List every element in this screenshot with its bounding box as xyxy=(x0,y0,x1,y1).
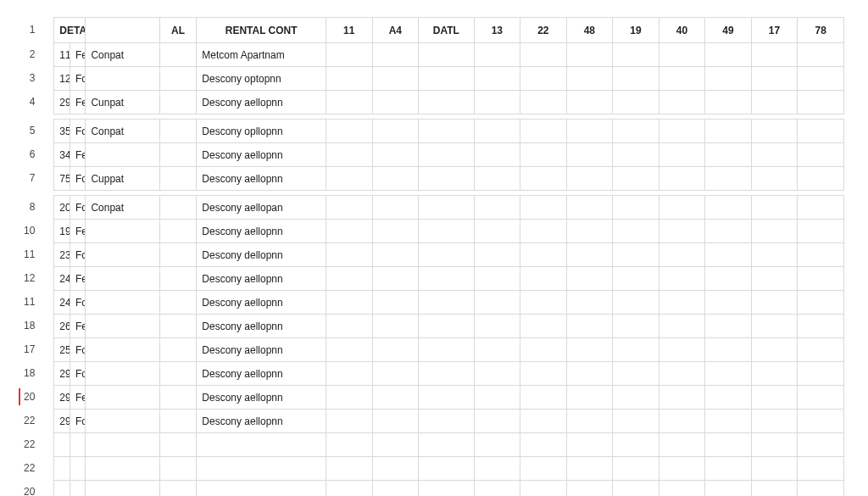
col-n2[interactable]: DATL xyxy=(419,18,474,43)
col-n9[interactable]: 17 xyxy=(751,18,798,43)
cell-type[interactable]: Conpat xyxy=(86,43,159,67)
col-n5[interactable]: 48 xyxy=(566,18,613,43)
cell-rental[interactable]: Descony optopnn xyxy=(197,67,326,91)
cell-id[interactable]: 35 xyxy=(54,120,70,143)
cell-type[interactable] xyxy=(86,315,159,338)
cell-blank[interactable] xyxy=(798,362,844,386)
cell-blank[interactable] xyxy=(659,386,705,410)
col-n10[interactable]: 78 xyxy=(798,18,844,43)
row-number[interactable]: 22 xyxy=(24,456,38,480)
cell-blank[interactable] xyxy=(326,220,373,243)
cell-blank[interactable] xyxy=(372,410,419,433)
cell-name[interactable] xyxy=(70,481,86,497)
cell-id[interactable] xyxy=(54,481,70,497)
row-number[interactable]: 11 xyxy=(24,242,38,266)
cell-type[interactable] xyxy=(86,433,159,457)
cell-blank[interactable] xyxy=(326,196,373,220)
cell-blank[interactable] xyxy=(566,386,613,410)
cell-al[interactable] xyxy=(159,243,197,267)
col-n6[interactable]: 19 xyxy=(613,18,659,43)
cell-blank[interactable] xyxy=(474,196,520,220)
cell-al[interactable] xyxy=(159,291,197,315)
cell-blank[interactable] xyxy=(474,362,520,386)
cell-blank[interactable] xyxy=(326,120,373,143)
cell-blank[interactable] xyxy=(520,143,567,167)
cell-name[interactable]: Fortıal xyxy=(70,67,86,91)
cell-blank[interactable] xyxy=(372,386,419,410)
cell-blank[interactable] xyxy=(419,457,474,481)
cell-blank[interactable] xyxy=(326,433,373,457)
cell-blank[interactable] xyxy=(520,291,567,315)
cell-blank[interactable] xyxy=(326,67,373,91)
cell-blank[interactable] xyxy=(659,457,705,481)
cell-blank[interactable] xyxy=(520,315,567,338)
cell-al[interactable] xyxy=(159,167,197,191)
cell-blank[interactable] xyxy=(613,433,659,457)
cell-blank[interactable] xyxy=(372,362,419,386)
cell-blank[interactable] xyxy=(474,143,520,167)
cell-blank[interactable] xyxy=(659,410,705,433)
cell-blank[interactable] xyxy=(613,410,659,433)
row-number[interactable]: 10 xyxy=(24,219,38,242)
cell-al[interactable] xyxy=(159,43,197,67)
cell-blank[interactable] xyxy=(798,457,844,481)
cell-blank[interactable] xyxy=(613,91,659,114)
cell-blank[interactable] xyxy=(419,267,474,291)
cell-blank[interactable] xyxy=(705,220,752,243)
cell-blank[interactable] xyxy=(419,243,474,267)
cell-blank[interactable] xyxy=(566,338,613,362)
cell-type[interactable] xyxy=(86,457,159,481)
cell-blank[interactable] xyxy=(751,167,798,191)
cell-al[interactable] xyxy=(159,220,197,243)
cell-id[interactable]: 75 xyxy=(54,167,70,191)
cell-blank[interactable] xyxy=(659,315,705,338)
cell-blank[interactable] xyxy=(613,338,659,362)
cell-blank[interactable] xyxy=(705,267,752,291)
cell-blank[interactable] xyxy=(326,43,373,67)
cell-type[interactable]: Cuppat xyxy=(86,167,159,191)
cell-blank[interactable] xyxy=(372,267,419,291)
cell-blank[interactable] xyxy=(613,481,659,497)
cell-blank[interactable] xyxy=(613,267,659,291)
cell-rental[interactable]: Descony aellopnn xyxy=(197,338,326,362)
cell-rental[interactable]: Descony aellopnn xyxy=(197,362,326,386)
cell-blank[interactable] xyxy=(474,315,520,338)
col-al[interactable]: AL xyxy=(159,18,197,43)
table-row[interactable]: 29FortıelDescony aellopnn xyxy=(54,362,844,386)
cell-rental[interactable]: Descony aellopan xyxy=(197,196,326,220)
cell-rental[interactable]: Descony aellopnn xyxy=(197,315,326,338)
cell-blank[interactable] xyxy=(798,143,844,167)
table-row[interactable] xyxy=(54,433,844,457)
cell-type[interactable] xyxy=(86,291,159,315)
col-n0[interactable]: 11 xyxy=(326,18,373,43)
row-number[interactable]: 4 xyxy=(24,90,38,114)
cell-blank[interactable] xyxy=(613,120,659,143)
cell-blank[interactable] xyxy=(659,338,705,362)
cell-id[interactable]: 34 xyxy=(54,143,70,167)
cell-name[interactable]: Fortıel xyxy=(70,167,86,191)
table-row[interactable]: 29FertıalCunpatDescony aellopnn xyxy=(54,91,844,114)
cell-blank[interactable] xyxy=(798,386,844,410)
cell-rental[interactable]: Descony aellopnn xyxy=(197,220,326,243)
cell-name[interactable]: Fertıel xyxy=(70,267,86,291)
row-number[interactable]: 20 xyxy=(24,480,38,496)
cell-blank[interactable] xyxy=(751,457,798,481)
table-row[interactable] xyxy=(54,481,844,497)
cell-blank[interactable] xyxy=(419,386,474,410)
cell-blank[interactable] xyxy=(372,67,419,91)
row-number[interactable]: 12 xyxy=(24,266,38,290)
cell-blank[interactable] xyxy=(751,362,798,386)
cell-blank[interactable] xyxy=(751,91,798,114)
cell-blank[interactable] xyxy=(659,91,705,114)
cell-blank[interactable] xyxy=(372,220,419,243)
cell-name[interactable]: Fercel xyxy=(70,43,86,67)
cell-rental[interactable] xyxy=(197,457,326,481)
cell-blank[interactable] xyxy=(520,67,567,91)
cell-blank[interactable] xyxy=(566,457,613,481)
cell-blank[interactable] xyxy=(520,243,567,267)
cell-blank[interactable] xyxy=(566,220,613,243)
cell-blank[interactable] xyxy=(659,243,705,267)
cell-blank[interactable] xyxy=(705,143,752,167)
cell-type[interactable] xyxy=(86,481,159,497)
cell-blank[interactable] xyxy=(372,91,419,114)
